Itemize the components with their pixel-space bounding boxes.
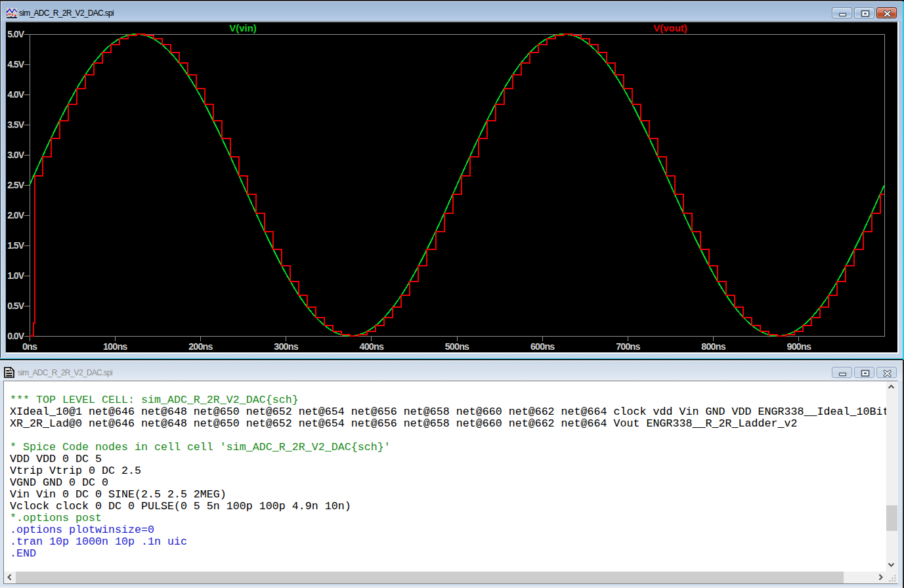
svg-text:5.0V: 5.0V	[7, 29, 24, 39]
svg-text:800ns: 800ns	[701, 341, 725, 352]
svg-text:V(vin): V(vin)	[229, 22, 257, 33]
svg-text:2.0V: 2.0V	[7, 210, 24, 220]
svg-text:3.0V: 3.0V	[7, 150, 24, 160]
svg-text:2.5V: 2.5V	[7, 180, 24, 190]
svg-text:500ns: 500ns	[445, 341, 469, 352]
svg-text:400ns: 400ns	[360, 341, 384, 352]
svg-text:100ns: 100ns	[103, 341, 127, 352]
svg-text:1.0V: 1.0V	[7, 270, 24, 281]
svg-text:V(vout): V(vout)	[653, 22, 687, 33]
svg-text:300ns: 300ns	[274, 341, 298, 352]
svg-text:4.0V: 4.0V	[7, 89, 24, 100]
svg-text:1.5V: 1.5V	[7, 240, 24, 251]
svg-text:0ns: 0ns	[22, 341, 37, 352]
svg-text:900ns: 900ns	[787, 341, 811, 352]
svg-text:600ns: 600ns	[530, 341, 555, 352]
svg-text:700ns: 700ns	[616, 341, 640, 352]
svg-text:0.0V: 0.0V	[7, 331, 24, 341]
svg-text:4.5V: 4.5V	[7, 59, 24, 70]
svg-text:200ns: 200ns	[188, 341, 213, 352]
svg-text:0.5V: 0.5V	[7, 301, 24, 311]
svg-text:3.5V: 3.5V	[7, 119, 24, 130]
